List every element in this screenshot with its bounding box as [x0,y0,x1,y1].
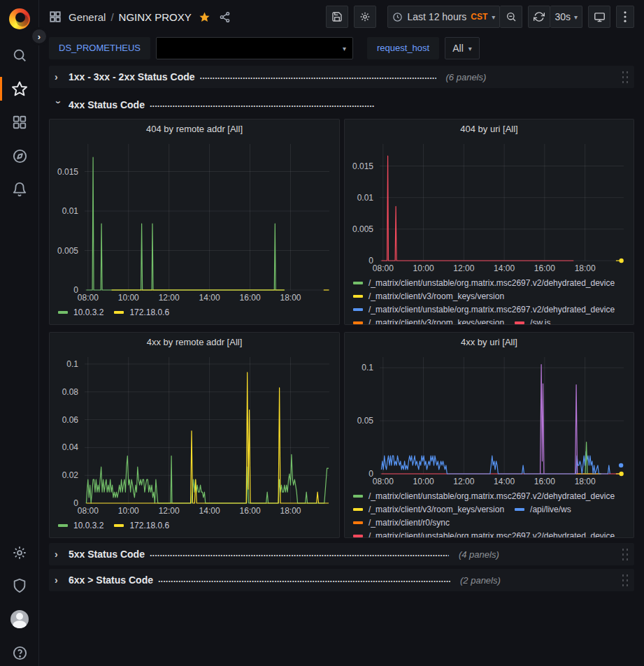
panel-4xx-by-uri: 4xx by uri [All] 00.050.108:0010:0012:00… [344,332,634,538]
time-series-chart[interactable]: 00.050.108:0010:0012:0014:0016:0018:00 [348,352,631,487]
chevron-right-icon: › [55,71,63,82]
tv-cycle-view-button[interactable] [588,6,610,28]
star-icon[interactable] [9,78,30,99]
row-leader-dots: ........................................… [158,574,450,586]
legend-item[interactable]: 172.18.0.6 [114,519,169,532]
row-title[interactable]: 4xx Status Code [69,99,145,110]
legend-swatch-icon [58,524,68,527]
legend-item[interactable]: /_matrix/client/unstable/org.matrix.msc2… [353,489,615,502]
legend-swatch-icon [58,311,68,314]
dashboard-settings-button[interactable] [354,6,376,28]
legend-label: /_matrix/client/unstable/org.matrix.msc2… [368,278,615,288]
row-panel-count: (4 panels) [459,549,499,560]
legend-item[interactable]: /_matrix/client/unstable/org.matrix.msc2… [353,529,615,537]
x-axis-tick-label: 12:00 [453,263,474,273]
legend-swatch-icon [515,321,524,324]
row-title[interactable]: 6xx > Status Code [69,574,153,586]
legend-item[interactable]: 172.18.0.6 [114,305,169,319]
help-question-icon[interactable] [9,642,30,663]
x-axis-tick-label: 12:00 [159,293,180,303]
chart-canvas [348,352,631,487]
time-series-chart[interactable]: 00.0050.010.01508:0010:0012:0014:0016:00… [348,138,631,274]
legend-swatch-icon [353,495,363,498]
x-axis-tick-label: 08:00 [78,506,99,516]
row-title[interactable]: 5xx Status Code [69,549,145,560]
row-panel-count: (2 panels) [460,575,501,586]
legend-item[interactable]: /_matrix/client/v3/room_keys/version [353,502,504,516]
row-drag-handle-icon[interactable] [621,70,629,85]
top-navigation-bar: General / NGINX PROXY Last 12 hours [39,0,644,34]
y-axis-tick-label: 0 [348,256,373,266]
row-header-6xx[interactable]: › 6xx > Status Code ....................… [49,569,634,591]
y-axis-tick-label: 0 [52,498,78,508]
legend-swatch-icon [114,524,124,527]
dashboards-grid-icon[interactable] [9,112,30,133]
row-panel-count: (6 panels) [446,72,487,82]
refresh-button[interactable] [528,6,550,28]
panel-title[interactable]: 4xx by remote addr [All] [50,333,339,352]
legend-swatch-icon [353,282,363,284]
legend-label: 10.0.3.2 [73,307,103,317]
legend-label: 172.18.0.6 [129,521,169,530]
share-icon[interactable] [219,11,231,23]
breadcrumb-dashboard-title[interactable]: NGINX PROXY [119,11,192,23]
legend-item[interactable]: /sw.js [515,316,550,324]
x-axis-tick-label: 08:00 [78,293,99,303]
legend-label: /_matrix/client/v3/room_keys/version [368,505,504,514]
explore-compass-icon[interactable] [9,145,30,166]
legend-item[interactable]: 10.0.3.2 [58,519,103,532]
legend-item[interactable]: /_matrix/client/r0/sync [353,516,450,529]
search-icon[interactable] [9,45,30,66]
time-series-chart[interactable]: 00.0050.010.01508:0010:0012:0014:0016:00… [52,138,336,303]
save-dashboard-button[interactable] [326,6,348,28]
legend-label: 10.0.3.2 [73,521,103,530]
user-avatar[interactable] [9,609,30,630]
panel-title[interactable]: 4xx by uri [All] [345,333,634,352]
legend-swatch-icon [353,308,363,311]
zoom-out-time-button[interactable] [500,6,522,28]
variable-ds-value-dropdown[interactable]: ▾ [156,37,353,59]
breadcrumb-separator: / [110,11,113,23]
panel-title[interactable]: 404 by remote addr [All] [50,120,339,138]
alerting-bell-icon[interactable] [9,179,30,200]
x-axis-tick-label: 10:00 [413,263,434,273]
legend-label: 172.18.0.6 [129,307,169,317]
legend-item[interactable]: /_matrix/client/unstable/org.matrix.msc2… [353,276,615,289]
variable-ds-label[interactable]: DS_PROMETHEUS [49,37,150,59]
time-series-chart[interactable]: 00.020.040.060.080.108:0010:0012:0014:00… [52,352,336,516]
row-title[interactable]: 1xx - 3xx - 2xx Status Code [69,71,195,82]
avatar-person-icon [10,610,29,628]
star-favorite-icon[interactable] [199,11,210,23]
configuration-gear-icon[interactable] [9,542,30,563]
refresh-interval-label: 30s [554,11,571,22]
row-header-5xx[interactable]: › 5xx Status Code ......................… [49,543,634,565]
x-axis-tick-label: 10:00 [413,477,434,486]
variable-host-label[interactable]: request_host [367,37,439,59]
x-axis-tick-label: 14:00 [199,293,220,303]
legend-item[interactable]: /_matrix/client/unstable/org.matrix.msc2… [353,303,615,316]
legend-swatch-icon [353,295,363,298]
apps-grid-icon[interactable] [49,10,62,23]
panel-title[interactable]: 404 by uri [All] [345,120,634,138]
row-drag-handle-icon[interactable] [621,573,629,588]
legend-label: /_matrix/client/unstable/org.matrix.msc2… [368,305,615,314]
legend-item[interactable]: /_matrix/client/v3/room_keys/version [353,316,504,324]
x-axis-tick-label: 14:00 [494,477,515,486]
active-section-indicator [0,77,2,101]
legend-item[interactable]: /_matrix/client/v3/room_keys/version [353,289,504,303]
legend-item[interactable]: 10.0.3.2 [58,305,103,319]
kebab-menu-icon[interactable] [616,6,634,28]
server-admin-shield-icon[interactable] [9,575,30,596]
refresh-interval-dropdown[interactable]: 30s ▾ [550,6,582,28]
row-header-4xx[interactable]: › 4xx Status Code ......................… [49,94,634,116]
variable-host-value-dropdown[interactable]: All ▾ [445,37,480,59]
legend-item[interactable]: /api/live/ws [515,502,571,516]
time-range-picker[interactable]: Last 12 hours CST ▾ [387,6,501,28]
breadcrumb-section[interactable]: General [69,11,106,23]
grafana-logo-icon[interactable] [9,8,30,29]
row-header-1xx[interactable]: › 1xx - 3xx - 2xx Status Code ..........… [49,66,634,88]
row-drag-handle-icon[interactable] [621,547,629,562]
dashboard-canvas: › 1xx - 3xx - 2xx Status Code ..........… [39,61,644,666]
expand-sidebar-chevron-icon[interactable]: › [30,27,48,45]
chevron-right-icon: › [55,574,63,586]
